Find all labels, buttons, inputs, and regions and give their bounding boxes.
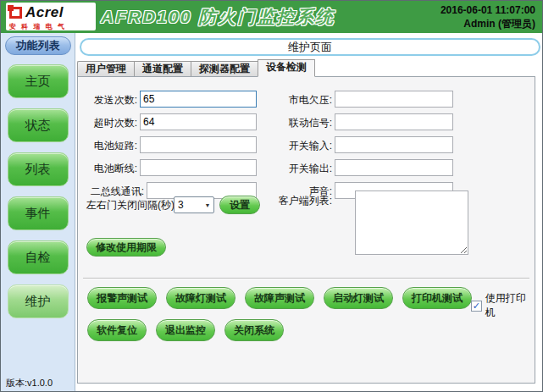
switch-input-input[interactable] <box>335 136 453 153</box>
tab-bar: 用户管理 通道配置 探测器配置 设备检测 <box>77 59 315 77</box>
alarm-sound-test-button[interactable]: 报警声测试 <box>87 287 157 309</box>
use-printer-checkbox[interactable]: ✓ 使用打印机 <box>471 291 535 320</box>
send-count-input[interactable] <box>140 91 257 108</box>
software-reset-button[interactable]: 软件复位 <box>87 319 147 341</box>
client-list-label: 客户端列表: <box>273 194 332 208</box>
modify-expiry-button[interactable]: 修改使用期限 <box>86 238 166 257</box>
sidebar-item-events[interactable]: 事件 <box>8 196 69 230</box>
door-interval-label: 左右门关闭间隔(秒): <box>86 198 177 213</box>
linkage-signal-input[interactable] <box>335 113 453 130</box>
client-list-textarea[interactable] <box>355 190 468 255</box>
switch-input-label: 开关输入: <box>273 139 332 153</box>
sidebar-item-status[interactable]: 状态 <box>8 108 69 142</box>
section-divider <box>83 278 529 279</box>
tab-detector-config[interactable]: 探测器配置 <box>191 61 258 77</box>
logo-row: Acrel <box>9 4 92 21</box>
sidebar: 功能列表 主页 状态 列表 事件 自检 维护 版本:v1.0.0 <box>1 33 75 392</box>
main-area: 维护页面 用户管理 通道配置 探测器配置 设备检测 发送次数: 超时次数: 电池… <box>75 33 543 392</box>
printer-test-button[interactable]: 打印机测试 <box>402 287 472 309</box>
linkage-signal-label: 联动信号: <box>273 116 332 130</box>
door-interval-select[interactable]: 3 ▼ <box>174 196 214 213</box>
page-title: 维护页面 <box>80 38 540 56</box>
logo-subtitle: 安 科 瑞 电 气 <box>9 22 92 31</box>
send-count-label: 发送次数: <box>78 93 137 108</box>
acrel-logo-icon-inner <box>8 5 14 11</box>
switch-output-label: 开关输出: <box>273 162 332 176</box>
sidebar-item-maintenance[interactable]: 维护 <box>8 284 69 318</box>
use-printer-label: 使用打印机 <box>485 291 535 320</box>
sidebar-item-selfcheck[interactable]: 自检 <box>8 240 69 274</box>
sidebar-item-list[interactable]: 列表 <box>8 152 69 186</box>
tab-user-management[interactable]: 用户管理 <box>77 61 134 77</box>
tab-device-detection[interactable]: 设备检测 <box>258 59 315 77</box>
start-light-test-button[interactable]: 启动灯测试 <box>324 287 393 309</box>
current-user-label: Admin (管理员) <box>440 17 535 30</box>
header-right: 2016-06-01 11:07:00 Admin (管理员) <box>440 3 535 30</box>
tab-channel-config[interactable]: 通道配置 <box>134 61 191 77</box>
logo-brand-text: Acrel <box>25 4 64 21</box>
app-header: Acrel 安 科 瑞 电 气 AFRD100 防火门监控系统 2016-06-… <box>1 1 542 33</box>
device-detection-panel: 发送次数: 超时次数: 电池短路: 电池断线: 二总线通讯: 左右门关闭间 <box>77 76 535 384</box>
test-button-row: 报警声测试 故障灯测试 故障声测试 启动灯测试 打印机测试 <box>87 287 472 309</box>
exit-monitoring-button[interactable]: 退出监控 <box>156 319 215 341</box>
battery-break-label: 电池断线: <box>78 162 137 176</box>
fault-sound-test-button[interactable]: 故障声测试 <box>245 287 314 309</box>
version-label: 版本:v1.0.0 <box>6 377 53 389</box>
acrel-logo: Acrel 安 科 瑞 电 气 <box>6 3 96 30</box>
sidebar-item-home[interactable]: 主页 <box>8 64 69 98</box>
timeout-count-input[interactable] <box>140 113 257 130</box>
mains-undervolt-input[interactable] <box>335 91 453 108</box>
battery-break-input[interactable] <box>140 159 257 176</box>
fault-light-test-button[interactable]: 故障灯测试 <box>166 287 235 309</box>
door-interval-value: 3 <box>175 199 202 211</box>
mains-undervolt-label: 市电欠压: <box>273 93 332 108</box>
system-button-row: 软件复位 退出监控 关闭系统 <box>87 319 284 341</box>
timeout-count-label: 超时次数: <box>78 116 137 130</box>
sidebar-header: 功能列表 <box>5 36 71 55</box>
app-title: AFRD100 防火门监控系统 <box>101 5 335 29</box>
set-button[interactable]: 设置 <box>219 196 260 214</box>
battery-short-input[interactable] <box>140 136 257 153</box>
switch-output-input[interactable] <box>335 159 453 176</box>
checkbox-check-icon: ✓ <box>473 301 480 311</box>
acrel-logo-icon <box>9 7 22 19</box>
battery-short-label: 电池短路: <box>78 139 137 153</box>
datetime-label: 2016-06-01 11:07:00 <box>440 3 535 17</box>
checkbox-box: ✓ <box>471 301 482 312</box>
app-window: Acrel 安 科 瑞 电 气 AFRD100 防火门监控系统 2016-06-… <box>0 0 543 392</box>
chevron-down-icon: ▼ <box>202 202 213 208</box>
shutdown-system-button[interactable]: 关闭系统 <box>224 319 284 341</box>
